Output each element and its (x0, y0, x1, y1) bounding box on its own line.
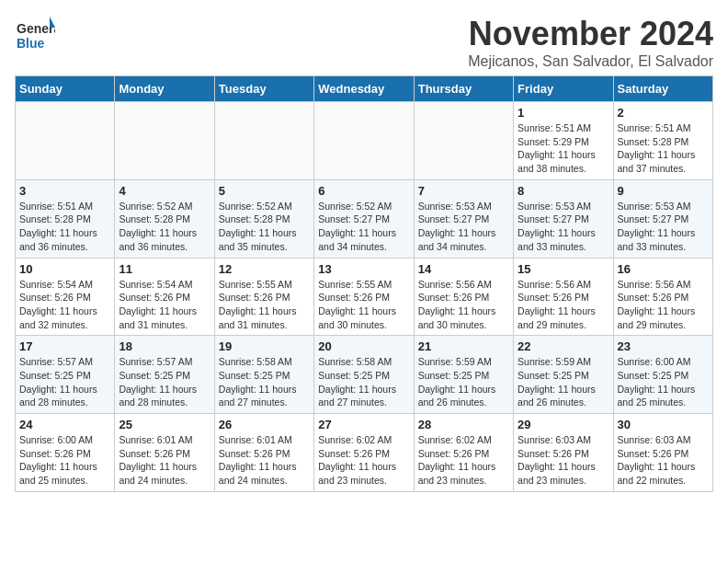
calendar-day-cell: 16Sunrise: 5:56 AMSunset: 5:26 PMDayligh… (613, 258, 712, 336)
day-number: 25 (119, 418, 210, 431)
calendar-day-cell: 25Sunrise: 6:01 AMSunset: 5:26 PMDayligh… (115, 414, 214, 492)
day-info: Sunrise: 5:53 AMSunset: 5:27 PMDaylight:… (518, 200, 609, 254)
calendar-table: SundayMondayTuesdayWednesdayThursdayFrid… (15, 75, 713, 492)
calendar-day-cell: 27Sunrise: 6:02 AMSunset: 5:26 PMDayligh… (314, 414, 414, 492)
calendar-day-cell: 6Sunrise: 5:52 AMSunset: 5:27 PMDaylight… (314, 179, 414, 258)
weekday-header-cell: Sunday (16, 76, 115, 102)
day-info: Sunrise: 6:02 AMSunset: 5:26 PMDaylight:… (318, 433, 409, 488)
day-info: Sunrise: 6:03 AMSunset: 5:26 PMDaylight:… (618, 433, 709, 488)
calendar-day-cell: 2Sunrise: 5:51 AMSunset: 5:28 PMDaylight… (613, 102, 712, 180)
day-info: Sunrise: 5:52 AMSunset: 5:28 PMDaylight:… (219, 200, 310, 254)
calendar-day-cell: 21Sunrise: 5:59 AMSunset: 5:25 PMDayligh… (414, 336, 513, 414)
day-number: 2 (618, 106, 709, 120)
calendar-day-cell (314, 102, 414, 180)
day-info: Sunrise: 5:56 AMSunset: 5:26 PMDaylight:… (618, 278, 709, 332)
calendar-week-row: 1Sunrise: 5:51 AMSunset: 5:29 PMDaylight… (16, 102, 713, 180)
day-info: Sunrise: 5:56 AMSunset: 5:26 PMDaylight:… (418, 278, 509, 332)
day-info: Sunrise: 6:01 AMSunset: 5:26 PMDaylight:… (219, 433, 310, 488)
day-number: 14 (418, 262, 509, 276)
day-info: Sunrise: 5:51 AMSunset: 5:29 PMDaylight:… (518, 121, 609, 176)
day-info: Sunrise: 5:56 AMSunset: 5:26 PMDaylight:… (518, 278, 609, 332)
weekday-header-cell: Tuesday (214, 76, 313, 102)
calendar-day-cell: 24Sunrise: 6:00 AMSunset: 5:26 PMDayligh… (16, 414, 115, 492)
day-info: Sunrise: 5:58 AMSunset: 5:25 PMDaylight:… (219, 355, 310, 409)
calendar-day-cell: 3Sunrise: 5:51 AMSunset: 5:28 PMDaylight… (16, 179, 115, 258)
day-number: 16 (618, 262, 709, 276)
weekday-header-cell: Monday (115, 76, 214, 102)
day-number: 4 (119, 184, 210, 198)
day-info: Sunrise: 5:59 AMSunset: 5:25 PMDaylight:… (418, 355, 509, 409)
calendar-day-cell: 7Sunrise: 5:53 AMSunset: 5:27 PMDaylight… (414, 179, 513, 258)
logo-container: General Blue (15, 15, 55, 55)
day-info: Sunrise: 6:00 AMSunset: 5:25 PMDaylight:… (618, 355, 709, 409)
calendar-day-cell: 20Sunrise: 5:58 AMSunset: 5:25 PMDayligh… (314, 336, 414, 414)
day-info: Sunrise: 6:01 AMSunset: 5:26 PMDaylight:… (119, 433, 210, 488)
day-number: 5 (219, 184, 310, 198)
weekday-header-cell: Saturday (613, 76, 712, 102)
day-number: 28 (418, 418, 509, 431)
day-info: Sunrise: 5:51 AMSunset: 5:28 PMDaylight:… (618, 121, 709, 176)
calendar-day-cell: 15Sunrise: 5:56 AMSunset: 5:26 PMDayligh… (514, 258, 613, 336)
day-number: 10 (19, 262, 110, 276)
calendar-day-cell: 29Sunrise: 6:03 AMSunset: 5:26 PMDayligh… (514, 414, 613, 492)
calendar-day-cell (214, 102, 313, 180)
calendar-day-cell: 17Sunrise: 5:57 AMSunset: 5:25 PMDayligh… (16, 336, 115, 414)
svg-text:Blue: Blue (17, 36, 45, 51)
calendar-day-cell: 8Sunrise: 5:53 AMSunset: 5:27 PMDaylight… (514, 179, 613, 258)
day-info: Sunrise: 5:53 AMSunset: 5:27 PMDaylight:… (418, 200, 509, 254)
day-number: 3 (19, 184, 110, 198)
month-title: November 2024 (468, 15, 713, 53)
day-number: 13 (318, 262, 409, 276)
calendar-week-row: 3Sunrise: 5:51 AMSunset: 5:28 PMDaylight… (16, 179, 713, 258)
calendar-day-cell: 13Sunrise: 5:55 AMSunset: 5:26 PMDayligh… (314, 258, 414, 336)
day-number: 21 (418, 339, 509, 353)
calendar-day-cell: 28Sunrise: 6:02 AMSunset: 5:26 PMDayligh… (414, 414, 513, 492)
day-info: Sunrise: 5:53 AMSunset: 5:27 PMDaylight:… (618, 200, 709, 254)
day-number: 30 (618, 418, 709, 431)
day-info: Sunrise: 5:58 AMSunset: 5:25 PMDaylight:… (318, 355, 409, 409)
calendar-day-cell: 10Sunrise: 5:54 AMSunset: 5:26 PMDayligh… (16, 258, 115, 336)
day-number: 29 (518, 418, 609, 431)
calendar-week-row: 17Sunrise: 5:57 AMSunset: 5:25 PMDayligh… (16, 336, 713, 414)
day-number: 18 (119, 339, 210, 353)
day-number: 22 (518, 339, 609, 353)
day-number: 27 (318, 418, 409, 431)
day-number: 19 (219, 339, 310, 353)
day-info: Sunrise: 6:03 AMSunset: 5:26 PMDaylight:… (518, 433, 609, 488)
day-info: Sunrise: 5:57 AMSunset: 5:25 PMDaylight:… (119, 355, 210, 409)
day-number: 9 (618, 184, 709, 198)
day-number: 17 (19, 339, 110, 353)
calendar-body: 1Sunrise: 5:51 AMSunset: 5:29 PMDaylight… (16, 102, 713, 492)
calendar-day-cell: 30Sunrise: 6:03 AMSunset: 5:26 PMDayligh… (613, 414, 712, 492)
day-number: 24 (19, 418, 110, 431)
day-info: Sunrise: 5:54 AMSunset: 5:26 PMDaylight:… (19, 278, 110, 332)
logo: General Blue (15, 15, 55, 55)
header: General Blue November 2024 Mejicanos, Sa… (15, 15, 713, 70)
day-number: 20 (318, 339, 409, 353)
day-number: 7 (418, 184, 509, 198)
weekday-header-cell: Thursday (414, 76, 513, 102)
day-number: 8 (518, 184, 609, 198)
weekday-header-cell: Wednesday (314, 76, 414, 102)
calendar-day-cell: 12Sunrise: 5:55 AMSunset: 5:26 PMDayligh… (214, 258, 313, 336)
logo-icon: General Blue (15, 15, 55, 55)
svg-text:General: General (17, 21, 55, 36)
calendar-day-cell (115, 102, 214, 180)
day-number: 11 (119, 262, 210, 276)
calendar-day-cell: 26Sunrise: 6:01 AMSunset: 5:26 PMDayligh… (214, 414, 313, 492)
day-number: 23 (618, 339, 709, 353)
weekday-header-row: SundayMondayTuesdayWednesdayThursdayFrid… (16, 76, 713, 102)
day-info: Sunrise: 5:51 AMSunset: 5:28 PMDaylight:… (19, 200, 110, 254)
calendar-day-cell: 23Sunrise: 6:00 AMSunset: 5:25 PMDayligh… (613, 336, 712, 414)
calendar-day-cell: 22Sunrise: 5:59 AMSunset: 5:25 PMDayligh… (514, 336, 613, 414)
day-number: 12 (219, 262, 310, 276)
calendar-day-cell: 5Sunrise: 5:52 AMSunset: 5:28 PMDaylight… (214, 179, 313, 258)
day-info: Sunrise: 6:02 AMSunset: 5:26 PMDaylight:… (418, 433, 509, 488)
day-info: Sunrise: 5:55 AMSunset: 5:26 PMDaylight:… (219, 278, 310, 332)
calendar-day-cell (414, 102, 513, 180)
calendar-day-cell: 19Sunrise: 5:58 AMSunset: 5:25 PMDayligh… (214, 336, 313, 414)
day-info: Sunrise: 5:52 AMSunset: 5:28 PMDaylight:… (119, 200, 210, 254)
calendar-day-cell: 11Sunrise: 5:54 AMSunset: 5:26 PMDayligh… (115, 258, 214, 336)
day-info: Sunrise: 5:54 AMSunset: 5:26 PMDaylight:… (119, 278, 210, 332)
day-info: Sunrise: 5:57 AMSunset: 5:25 PMDaylight:… (19, 355, 110, 409)
